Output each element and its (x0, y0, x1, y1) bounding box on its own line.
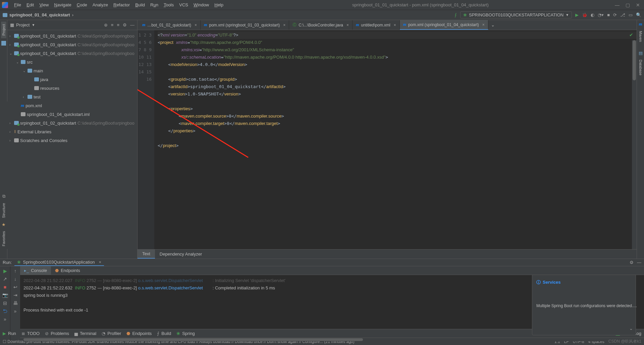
code-area[interactable]: 1 2 3 4 5 6 7 8 9 10 11 12 13 14 15 16 <… (138, 30, 637, 249)
stop-icon[interactable]: ■ (4, 284, 6, 290)
services-notification[interactable]: ⓘServices Multiple Spring Boot run confi… (532, 275, 636, 335)
build-icon[interactable]: ⨍ (454, 12, 457, 17)
editor-tab[interactable]: mpom.xml (springboot_01_04_quickstart)× (400, 20, 488, 30)
menu-vcs[interactable]: VCS (176, 0, 191, 10)
menu-code[interactable]: Code (74, 0, 90, 10)
tree-node[interactable]: ›Scratches and Consoles (7, 136, 137, 145)
more-tabs[interactable]: ⌄ (488, 20, 497, 30)
more-icon[interactable]: » (4, 317, 6, 322)
tree-node[interactable]: ›test (7, 92, 137, 101)
close-tab-icon[interactable]: × (195, 23, 197, 27)
close-tab-icon[interactable]: × (283, 23, 285, 27)
exit-icon[interactable]: ⮌ (3, 308, 7, 314)
project-tree[interactable]: ›springboot_01_01_quickstart C:\idea\Spr… (7, 30, 137, 146)
run-config-selector[interactable]: ❀ SPRINGBOOT0103QUICKSTARTAPPLICATION ▼ (460, 11, 572, 18)
run-hide-icon[interactable]: — (637, 260, 641, 265)
close-tab-icon[interactable]: × (394, 23, 396, 27)
tree-node[interactable]: ›⫴External Libraries (7, 127, 137, 136)
editor-tab[interactable]: ⒸC:\...\BookController.java× (289, 20, 353, 30)
scroll-icon[interactable]: ⇥ (13, 292, 17, 298)
expand-icon[interactable]: › (9, 121, 14, 125)
console-h-scrollbar[interactable] (23, 338, 641, 341)
editor-tab[interactable]: m…bot_01_02_quickstart)× (139, 20, 201, 30)
tree-node[interactable]: mpom.xml (7, 101, 137, 110)
status-tip-icon[interactable]: ☐ (3, 339, 6, 344)
tree-node[interactable]: ⌄springboot_01_04_quickstart C:\idea\Spr… (7, 49, 137, 58)
settings-icon[interactable]: ⚙ (123, 22, 127, 27)
expand-icon[interactable]: › (9, 139, 14, 142)
coverage-button[interactable]: ◐ (591, 12, 594, 17)
breadcrumb[interactable]: springboot_01_04_quickstart › (3, 12, 73, 17)
up-icon[interactable]: ↑ (14, 268, 16, 274)
expand-icon[interactable]: › (23, 95, 28, 99)
dump-icon[interactable]: 📷 (2, 292, 8, 298)
menu-tools[interactable]: Tools (161, 0, 176, 10)
expand-icon[interactable]: ⌄ (23, 69, 28, 73)
menu-analyze[interactable]: Analyze (90, 0, 111, 10)
console-output[interactable]: 2022-04-28 21:52:22.027 INFO 2752 --- [n… (20, 275, 644, 338)
debug-button[interactable]: 🐞 (582, 12, 587, 17)
layout-icon[interactable]: ⊟ (3, 300, 7, 306)
editor-tab[interactable]: mpom.xml (springboot_01_03_quickstart)× (201, 20, 289, 30)
project-panel-title[interactable]: Project (16, 22, 30, 27)
tree-node[interactable]: ›springboot_01_03_quickstart C:\idea\Spr… (7, 40, 137, 49)
hide-icon[interactable]: — (130, 22, 135, 27)
favorites-tool-tab[interactable]: Favorites (1, 228, 6, 249)
expand-icon[interactable]: ⌄ (16, 60, 21, 64)
menu-edit[interactable]: Edit (24, 0, 37, 10)
menu-view[interactable]: View (37, 0, 51, 10)
locate-icon[interactable]: ⊕ (104, 22, 108, 27)
database-tool-tab[interactable]: Database (638, 57, 643, 78)
maximize-button[interactable]: ▢ (626, 2, 630, 8)
run-button[interactable]: ▶ (575, 12, 579, 17)
git-icon[interactable]: ⎇ (620, 12, 625, 17)
menu-navigate[interactable]: Navigate (51, 0, 74, 10)
close-button[interactable]: ✕ (636, 2, 640, 8)
menu-window[interactable]: Window (191, 0, 212, 10)
chevron-down-icon[interactable]: ▼ (32, 23, 35, 27)
expand-icon[interactable]: ⌄ (9, 52, 14, 55)
endpoints-tab[interactable]: ⬣ Endpoints (51, 266, 84, 275)
stop-button[interactable]: ■ (607, 12, 610, 17)
menu-refactor[interactable]: Refactor (111, 0, 132, 10)
tree-node[interactable]: ⌄main (7, 66, 137, 75)
inspection-ok-icon[interactable]: ✔ (629, 32, 633, 38)
menu-help[interactable]: Help (212, 0, 226, 10)
tree-node[interactable]: ›srpingboot_01_02_quickstart C:\idea\Spr… (7, 119, 137, 127)
chevron-down-icon[interactable]: ⌄ (629, 325, 633, 332)
close-tab-icon[interactable]: × (99, 260, 101, 265)
minimize-button[interactable]: — (615, 2, 620, 8)
structure-tool-tab[interactable]: Structure (1, 200, 6, 221)
print-icon[interactable]: 🖶 (13, 300, 18, 306)
clear-icon[interactable]: » (14, 308, 17, 314)
run-tool-button[interactable]: ▶Run (3, 331, 16, 336)
expand-icon[interactable]: › (9, 130, 14, 134)
tree-node[interactable]: resources (7, 84, 137, 92)
menu-build[interactable]: Build (132, 0, 148, 10)
update-button[interactable]: ⟳ (613, 12, 617, 17)
collapse-icon[interactable]: ≡ (117, 22, 119, 27)
maven-tool-tab[interactable]: Maven (638, 28, 643, 45)
avatar-icon[interactable]: ▭ (629, 12, 633, 17)
editor-tab[interactable]: muntitled\pom.xml× (353, 20, 400, 30)
menu-file[interactable]: File (11, 0, 24, 10)
run-tool-icon[interactable]: ↗ (3, 276, 7, 282)
editor-dependency-tab[interactable]: Dependency Analyzer (155, 250, 207, 259)
tree-node[interactable]: ›springboot_01_01_quickstart C:\idea\Spr… (7, 31, 137, 40)
wrap-icon[interactable]: ↩ (13, 284, 17, 290)
run-settings-icon[interactable]: ⚙ (630, 260, 634, 265)
menu-run[interactable]: Run (148, 0, 161, 10)
run-config-tab[interactable]: ❀ Springboot0103QuickstartApplication × (14, 259, 104, 266)
console-tab[interactable]: ▸_ Console (20, 266, 51, 275)
expand-icon[interactable]: › (9, 43, 14, 47)
editor-text-tab[interactable]: Text (138, 250, 155, 259)
tree-node[interactable]: springboot_01_04_quickstart.iml (7, 110, 137, 119)
expand-icon[interactable]: ≡ (111, 22, 114, 27)
tree-node[interactable]: ⌄src (7, 58, 137, 66)
profile-button[interactable]: ◔▾ (598, 12, 604, 17)
rerun-icon[interactable]: ▶ (3, 268, 7, 274)
tree-node[interactable]: java (7, 75, 137, 84)
close-tab-icon[interactable]: × (482, 22, 485, 27)
editor-scrollbar[interactable] (632, 40, 637, 249)
source-code[interactable]: <?xml version="1.0" encoding="UTF-8"?> <… (154, 30, 637, 249)
